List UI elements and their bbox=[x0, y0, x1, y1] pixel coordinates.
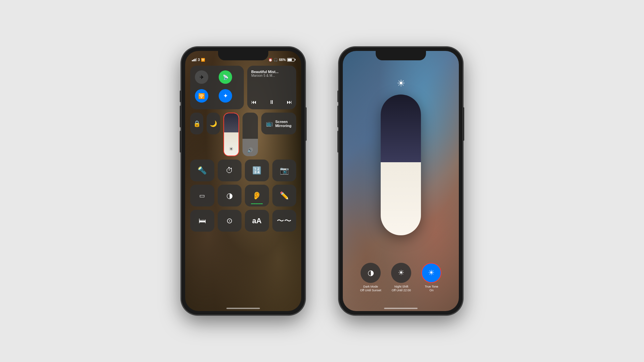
true-tone-line2: On bbox=[425, 289, 438, 293]
music-title: Beautiful Mist... bbox=[251, 70, 292, 74]
music-artist: Maroon 5 & M... bbox=[251, 74, 292, 77]
night-shift-line1: Night Shift bbox=[392, 285, 411, 289]
connectivity-tile[interactable]: ✈ 📡 🛜 ✦ bbox=[190, 66, 244, 109]
calculator-icon: 🔢 bbox=[252, 166, 261, 175]
night-shift-button[interactable]: ☀ bbox=[391, 263, 411, 283]
right-volume-up-button[interactable] bbox=[337, 106, 339, 127]
phones-container: 3 🛜 ⏰ 🎧 66% bbox=[181, 47, 463, 315]
right-screen: ☀ ◑ Dark Mode Off Until Sunset bbox=[343, 51, 459, 311]
volume-icon: 🔊 bbox=[247, 147, 253, 153]
text-size-icon: aA bbox=[252, 217, 262, 225]
camera-tile[interactable]: 📷 bbox=[272, 160, 297, 181]
music-tile[interactable]: Beautiful Mist... Maroon 5 & M... ⏮ ⏸ ⏭ bbox=[247, 66, 296, 109]
power-button[interactable] bbox=[305, 107, 307, 141]
cc-container: ✈ 📡 🛜 ✦ bbox=[190, 66, 296, 301]
left-screen: 3 🛜 ⏰ 🎧 66% bbox=[185, 51, 301, 311]
right-volume-down-button[interactable] bbox=[337, 131, 339, 153]
wifi-btn-icon: 🛜 bbox=[198, 93, 205, 99]
dnd-tile[interactable]: 🌙 bbox=[207, 113, 220, 134]
big-brightness-slider[interactable] bbox=[381, 95, 421, 235]
timer-tile[interactable]: ⏱ bbox=[218, 160, 242, 181]
flashlight-icon: 🔦 bbox=[198, 166, 207, 175]
focus-icon: ⊙ bbox=[226, 217, 232, 225]
bar4 bbox=[196, 58, 197, 61]
true-tone-label: True Tone On bbox=[425, 285, 438, 293]
sleep-tile[interactable]: 🛏 bbox=[190, 210, 214, 232]
battery-area: ⏰ 🎧 66% bbox=[268, 58, 294, 62]
cc-grid-row-2: ▭ ◑ 👂 ▬▬▬▬▬ ✏️ bbox=[190, 185, 296, 206]
battery-icon bbox=[287, 58, 294, 62]
sound-recognition-icon: 〜〜 bbox=[277, 216, 291, 226]
volume-up-button[interactable] bbox=[180, 106, 181, 127]
hearing-level: ▬▬▬▬▬ bbox=[251, 202, 263, 204]
right-mute-button[interactable] bbox=[337, 90, 339, 102]
right-iphone: ☀ ◑ Dark Mode Off Until Sunset bbox=[339, 47, 463, 315]
contrast-tile[interactable]: ◑ bbox=[218, 185, 242, 206]
signal-bars bbox=[192, 58, 197, 61]
brightness-slider-tile[interactable]: ☀ bbox=[223, 113, 239, 156]
cc-second-row: 🔒 🌙 ☀ 🔊 bbox=[190, 113, 296, 156]
true-tone-line1: True Tone bbox=[425, 285, 438, 289]
cc-grid-row-1: 🔦 ⏱ 🔢 📷 bbox=[190, 160, 296, 181]
headphone-icon: 🎧 bbox=[274, 58, 278, 62]
notch bbox=[218, 51, 268, 60]
battery-tile[interactable]: ▭ bbox=[190, 185, 214, 206]
wifi-button[interactable]: 🛜 bbox=[195, 89, 208, 103]
right-power-button[interactable] bbox=[463, 107, 464, 141]
bar1 bbox=[192, 60, 193, 61]
mute-button[interactable] bbox=[180, 90, 181, 102]
network-type: 3 bbox=[198, 58, 200, 62]
cc-top-row: ✈ 📡 🛜 ✦ bbox=[190, 66, 296, 109]
flashlight-tile[interactable]: 🔦 bbox=[190, 160, 214, 181]
pause-button[interactable]: ⏸ bbox=[269, 99, 274, 105]
slider-light-portion bbox=[381, 162, 421, 235]
airplane-icon: ✈ bbox=[200, 74, 204, 80]
dark-mode-group: ◑ Dark Mode Off Until Sunset bbox=[360, 263, 381, 293]
music-info: Beautiful Mist... Maroon 5 & M... bbox=[251, 70, 292, 77]
orientation-tile[interactable]: 🔒 bbox=[190, 113, 203, 134]
dark-mode-line2: Off Until Sunset bbox=[360, 289, 381, 293]
moon-icon: 🌙 bbox=[210, 120, 217, 127]
hearing-icon: 👂 bbox=[252, 191, 261, 200]
volume-slider-tile[interactable]: 🔊 bbox=[243, 113, 258, 156]
dark-mode-label: Dark Mode Off Until Sunset bbox=[360, 285, 381, 293]
volume-down-button[interactable] bbox=[180, 131, 181, 153]
home-indicator[interactable] bbox=[226, 308, 260, 309]
hearing-tile[interactable]: 👂 ▬▬▬▬▬ bbox=[245, 185, 269, 206]
dark-mode-button[interactable]: ◑ bbox=[361, 263, 381, 283]
screen-mirror-label: Screen Mirroring bbox=[275, 120, 291, 128]
night-shift-label: Night Shift Off Until 22:00 bbox=[392, 285, 411, 293]
true-tone-button[interactable]: ☀ bbox=[421, 263, 441, 283]
screen-mirror-tile[interactable]: 📺 Screen Mirroring bbox=[261, 113, 296, 134]
calculator-tile[interactable]: 🔢 bbox=[245, 160, 269, 181]
screen-mirror-icon: 📺 bbox=[266, 120, 273, 127]
camera-icon: 📷 bbox=[280, 166, 289, 175]
prev-button[interactable]: ⏮ bbox=[251, 99, 257, 105]
bar2 bbox=[193, 59, 194, 61]
right-notch bbox=[376, 51, 426, 60]
true-tone-group: ☀ True Tone On bbox=[421, 263, 441, 293]
bluetooth-icon: ✦ bbox=[223, 92, 228, 100]
right-home-indicator[interactable] bbox=[384, 308, 418, 309]
notes-tile[interactable]: ✏️ bbox=[272, 185, 297, 206]
slider-dark-portion bbox=[381, 95, 421, 162]
music-controls: ⏮ ⏸ ⏭ bbox=[251, 99, 292, 105]
sun-icon-top: ☀ bbox=[397, 78, 405, 89]
airplane-mode-button[interactable]: ✈ bbox=[195, 70, 208, 84]
cellular-button[interactable]: 📡 bbox=[219, 70, 232, 84]
true-tone-icon: ☀ bbox=[428, 268, 435, 277]
brightness-icon: ☀ bbox=[229, 146, 233, 152]
text-size-tile[interactable]: aA bbox=[245, 210, 269, 232]
bluetooth-button[interactable]: ✦ bbox=[219, 89, 232, 103]
battery-tile-icon: ▭ bbox=[199, 192, 205, 199]
timer-icon: ⏱ bbox=[226, 166, 233, 175]
focus-tile[interactable]: ⊙ bbox=[218, 210, 242, 232]
battery-percentage: 66% bbox=[279, 58, 286, 62]
sound-recognition-tile[interactable]: 〜〜 bbox=[272, 210, 297, 232]
cc-grid-row-3: 🛏 ⊙ aA 〜〜 bbox=[190, 210, 296, 232]
next-button[interactable]: ⏭ bbox=[287, 99, 292, 105]
night-shift-group: ☀ Night Shift Off Until 22:00 bbox=[391, 263, 411, 293]
notes-icon: ✏️ bbox=[280, 191, 289, 200]
contrast-icon: ◑ bbox=[226, 191, 233, 200]
orientation-icon: 🔒 bbox=[193, 120, 201, 127]
